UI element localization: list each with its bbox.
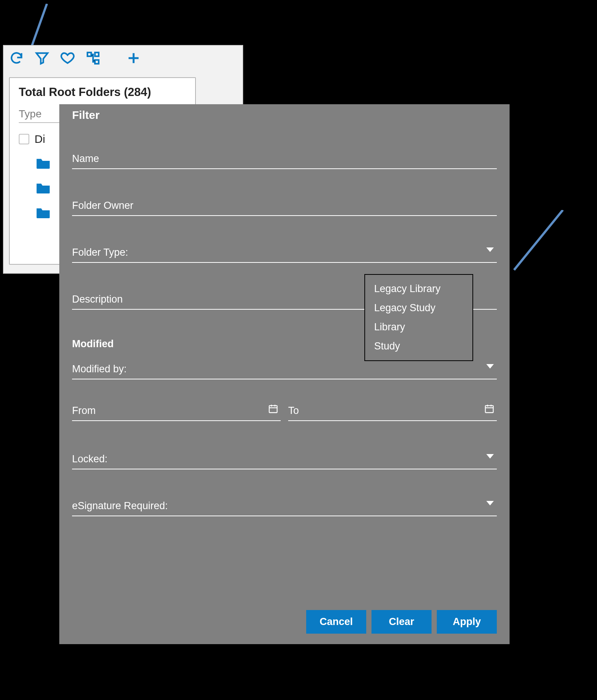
name-field[interactable]: Name (72, 151, 497, 169)
folder-type-dropdown-menu: Legacy Library Legacy Study Library Stud… (364, 274, 473, 361)
description-label: Description (72, 294, 123, 305)
from-date-field[interactable]: From (72, 403, 281, 421)
tree-item-label: Di (35, 133, 45, 145)
folder-icon (35, 206, 51, 220)
locked-label: Locked: (72, 453, 108, 465)
to-date-field[interactable]: To (288, 403, 497, 421)
folder-owner-label: Folder Owner (72, 200, 134, 211)
folder-icon (35, 157, 51, 170)
dropdown-option-legacy-study[interactable]: Legacy Study (365, 298, 472, 318)
esignature-field[interactable]: eSignature Required: (72, 498, 497, 516)
clear-button[interactable]: Clear (371, 610, 432, 634)
svg-rect-6 (486, 406, 493, 413)
folder-owner-field[interactable]: Folder Owner (72, 198, 497, 216)
from-label: From (72, 405, 96, 416)
date-range-row: From To (72, 403, 497, 421)
modified-by-label: Modified by: (72, 363, 127, 375)
chevron-down-icon (486, 501, 494, 505)
filter-icon[interactable] (35, 51, 50, 67)
explorer-toolbar (4, 46, 242, 72)
chevron-down-icon (486, 247, 494, 252)
dropdown-option-library[interactable]: Library (365, 318, 472, 337)
svg-rect-3 (95, 60, 99, 64)
heart-icon[interactable] (60, 51, 75, 67)
apply-button[interactable]: Apply (437, 610, 497, 634)
svg-rect-2 (95, 52, 99, 56)
to-label: To (288, 405, 299, 416)
folder-type-field[interactable]: Folder Type: (72, 244, 497, 263)
dialog-title: Filter (72, 109, 497, 121)
esignature-label: eSignature Required: (72, 500, 168, 511)
dialog-button-row: Cancel Clear Apply (306, 610, 497, 634)
dropdown-option-legacy-library[interactable]: Legacy Library (365, 279, 472, 298)
folder-icon (35, 181, 51, 195)
checkbox-icon[interactable] (19, 134, 29, 144)
refresh-icon[interactable] (9, 51, 24, 67)
name-label: Name (72, 153, 99, 164)
hierarchy-icon[interactable] (86, 51, 101, 67)
add-icon[interactable] (126, 51, 141, 67)
cancel-button[interactable]: Cancel (306, 610, 366, 634)
svg-rect-1 (87, 52, 91, 56)
filter-dialog: Filter Name Folder Owner Folder Type: De… (59, 104, 510, 644)
folder-type-label: Folder Type: (72, 247, 128, 258)
calendar-icon[interactable] (484, 403, 495, 415)
svg-rect-5 (269, 406, 277, 413)
svg-line-4 (514, 210, 563, 270)
modified-by-field[interactable]: Modified by: (72, 361, 497, 379)
dropdown-option-study[interactable]: Study (365, 337, 472, 356)
chevron-down-icon (486, 454, 494, 459)
callout-line-right (510, 210, 567, 285)
locked-field[interactable]: Locked: (72, 451, 497, 469)
chevron-down-icon (486, 364, 494, 369)
calendar-icon[interactable] (268, 403, 278, 415)
tree-heading: Total Root Folders (284) (19, 85, 186, 99)
